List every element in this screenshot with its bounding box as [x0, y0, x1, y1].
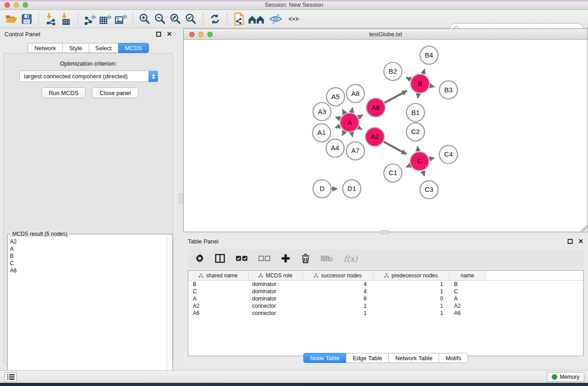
add-column-icon[interactable] [281, 254, 290, 263]
resize-grip-icon[interactable] [581, 225, 587, 231]
graph-edge[interactable] [423, 69, 425, 74]
delete-table-icon[interactable] [321, 255, 333, 262]
network-window-titlebar[interactable]: testGlobe.txt [184, 29, 588, 40]
export-image-icon[interactable] [113, 11, 129, 27]
save-session-icon[interactable] [19, 11, 34, 27]
graph-edge[interactable] [335, 126, 340, 128]
table-cell: A2 [188, 303, 249, 309]
zoom-out-icon[interactable] [153, 11, 168, 27]
graph-edge[interactable] [358, 115, 363, 118]
graph-edge[interactable] [417, 146, 418, 151]
zoom-in-icon[interactable] [137, 11, 153, 27]
close-panel-button[interactable]: Close panel [92, 87, 139, 98]
graph-edge[interactable] [358, 127, 362, 129]
table-row[interactable]: Cdominator41C [188, 288, 583, 295]
table-cell: dominator [249, 288, 303, 295]
graph-node-label: B1 [411, 109, 420, 116]
tab-select[interactable]: Select [89, 43, 118, 53]
table-header-row[interactable]: shared nameMCDS rolesuccessor nodesprede… [188, 271, 583, 281]
graph-edge[interactable] [383, 142, 406, 154]
table-cell: C [449, 288, 486, 295]
graph-edge[interactable] [343, 110, 345, 114]
list-item[interactable]: C [8, 260, 167, 267]
run-mcds-button[interactable]: Run MCDS [42, 87, 86, 98]
graph-node-label: A1 [317, 129, 325, 137]
float-window-icon[interactable] [156, 32, 161, 37]
export-table-icon[interactable] [98, 11, 113, 27]
column-header[interactable]: predecessor nodes [373, 271, 449, 280]
table-row[interactable]: Adominator80A [188, 295, 583, 302]
float-window-icon[interactable] [568, 239, 573, 244]
dropdown-stepper-icon [148, 71, 158, 82]
graph-edge[interactable] [430, 86, 434, 87]
list-item[interactable]: B [8, 253, 167, 260]
close-panel-icon[interactable]: ✕ [167, 30, 172, 38]
table-cell: B [188, 281, 249, 287]
vertical-split-handle[interactable] [179, 194, 182, 204]
open-file-icon[interactable] [4, 11, 19, 27]
table-cell: A6 [449, 310, 486, 316]
node-table[interactable]: shared nameMCDS rolesuccessor nodesprede… [188, 270, 583, 356]
select-all-rows-icon[interactable] [236, 255, 248, 262]
horizontal-split-handle[interactable] [381, 230, 389, 234]
delete-column-icon[interactable] [301, 253, 310, 263]
table-cell: A [188, 295, 249, 302]
tab-network[interactable]: Network [28, 43, 62, 53]
network-graph[interactable]: B4B2BB3A5A8A6A3B1AC2A1A2A4A7C4CC1DD1C3 [184, 40, 588, 232]
tab-style[interactable]: Style [62, 43, 89, 53]
deselect-all-rows-icon[interactable] [258, 255, 270, 262]
toolbar-separator [203, 12, 203, 26]
tab-motifs[interactable]: Motifs [439, 353, 468, 363]
graph-edge[interactable] [342, 131, 345, 136]
graph-edge[interactable] [406, 77, 411, 80]
apply-layout-icon[interactable] [207, 11, 223, 27]
graph-edge[interactable] [418, 93, 419, 98]
graph-edge[interactable] [352, 132, 353, 137]
criterion-dropdown[interactable]: largest connected component (directed) [19, 71, 158, 82]
list-item[interactable]: A2 [8, 238, 167, 245]
toolbar-separator [227, 12, 227, 26]
list-item[interactable]: A [8, 245, 167, 253]
tab-node-table[interactable]: Node Table [303, 353, 346, 363]
column-header[interactable]: shared name [188, 271, 249, 280]
graph-edge[interactable] [335, 117, 340, 119]
tab-edge-table[interactable]: Edge Table [346, 353, 388, 363]
tab-network-table[interactable]: Network Table [388, 353, 439, 363]
tab-mcds[interactable]: MCDS [118, 43, 149, 53]
optimization-criterion-label: Optimization criterion: [4, 60, 173, 67]
show-all-icon[interactable] [285, 11, 303, 27]
table-cell: 8 [303, 295, 373, 302]
function-builder-icon[interactable]: f(x) [344, 254, 358, 263]
column-header[interactable]: MCDS role [249, 271, 303, 280]
table-row[interactable]: A2connector11A2 [188, 302, 583, 310]
graph-edge[interactable] [384, 91, 407, 103]
graph-edge[interactable] [429, 158, 434, 159]
column-header[interactable]: name [449, 271, 486, 280]
task-history-button[interactable] [5, 372, 17, 382]
table-row[interactable]: A6connector11A6 [188, 310, 583, 317]
column-header[interactable]: successor nodes [303, 271, 373, 280]
memory-button[interactable]: Memory [547, 372, 584, 382]
first-neighbors-icon[interactable] [247, 11, 267, 27]
list-item[interactable]: A6 [8, 267, 167, 274]
export-network-icon[interactable] [82, 11, 98, 27]
graph-node-label: A8 [351, 90, 359, 97]
graph-node-label: D1 [348, 185, 356, 192]
network-canvas[interactable]: B4B2BB3A5A8A6A3B1AC2A1A2A4A7C4CC1DD1C3 [184, 40, 588, 232]
import-table-icon[interactable] [58, 11, 74, 27]
hide-selected-icon[interactable] [267, 11, 285, 27]
mcds-result-list[interactable]: A2ABCA6 [8, 238, 167, 386]
import-network-icon[interactable] [43, 11, 58, 27]
table-settings-gear-icon[interactable] [195, 254, 204, 263]
close-panel-icon[interactable]: ✕ [578, 238, 583, 245]
table-row[interactable]: Bdominator41B [188, 281, 583, 288]
new-network-from-selection-icon[interactable] [231, 11, 247, 27]
table-cell: connector [249, 310, 303, 316]
zoom-fit-icon[interactable] [168, 11, 183, 27]
graph-edge[interactable] [406, 165, 411, 167]
zoom-selected-icon[interactable] [183, 11, 199, 27]
column-chooser-icon[interactable] [215, 254, 225, 263]
scrollbar-track[interactable] [167, 237, 172, 386]
graph-edge[interactable] [423, 171, 425, 176]
graph-edge[interactable] [352, 108, 353, 113]
